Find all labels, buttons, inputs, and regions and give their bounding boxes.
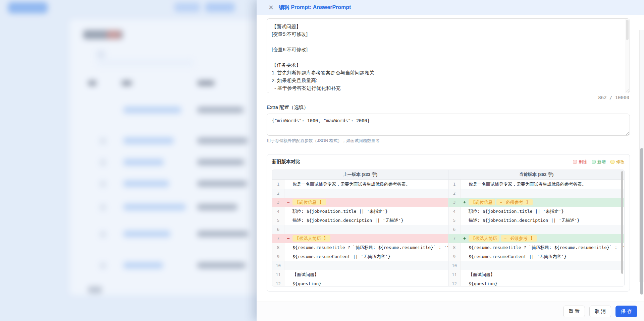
removed-swatch-icon — [573, 160, 577, 164]
diff-line-right: 11【面试问题】 — [448, 270, 624, 279]
diff-line-right: 8${resume.resumeTitle ? `简历标题: ${resume.… — [448, 243, 624, 252]
diff-row: 7−【候选人简历 】7+【候选人简历－ 必须参考 】 — [272, 234, 624, 243]
drawer-footer: 重 置 取 消 保 存 — [257, 302, 644, 321]
extra-config-helper: 用于存储额外的配置参数（JSON 格式），如面试问题数量等 — [267, 138, 630, 144]
char-count: 862 / 10000 — [267, 95, 629, 100]
edit-prompt-drawer: ✕ 编辑 Prompt: AnswerPrompt 【面试问题】 [变量5:不可… — [257, 0, 644, 321]
drawer-title: 编辑 Prompt: AnswerPrompt — [279, 4, 351, 11]
diff-line-left: 11【面试问题】 — [272, 270, 448, 279]
legend-modified: 修改 — [610, 159, 625, 165]
diff-body[interactable]: 1你是一名面试辅导专家，需要为面试者生成优质的参考答案。1你是一名面试辅导专家，… — [272, 180, 624, 286]
diff-line-right: 12${question} — [448, 279, 624, 286]
save-button[interactable]: 保 存 — [615, 306, 637, 317]
drawer-scrollbar-track[interactable] — [639, 30, 644, 282]
diff-legend: 删除 新增 修改 — [573, 159, 625, 165]
legend-added: 新增 — [592, 159, 606, 165]
diff-line-right: 3+【岗位信息－ 必须参考 】 — [448, 198, 624, 207]
drawer-header: ✕ 编辑 Prompt: AnswerPrompt — [257, 0, 644, 15]
diff-line-left: 10 — [272, 261, 448, 270]
diff-scrollbar-thumb[interactable] — [621, 171, 623, 274]
diff-line-left: 2 — [272, 189, 448, 198]
cancel-button[interactable]: 取 消 — [589, 306, 611, 317]
diff-row: 12${question}12${question} — [272, 279, 624, 286]
diff-line-right: 7+【候选人简历－ 必须参考 】 — [448, 234, 624, 243]
diff-line-right: 2 — [448, 189, 624, 198]
prompt-content-field-box: 【面试问题】 [变量5:不可修改] [变量6:不可修改] 【任务要求】 1. 首… — [267, 18, 630, 93]
extra-config-field-box: {"minWords": 1000, "maxWords": 2000} — [267, 114, 630, 136]
diff-row: 11【面试问题】11【面试问题】 — [272, 270, 624, 279]
legend-removed: 删除 — [573, 159, 587, 165]
close-icon[interactable]: ✕ — [267, 4, 275, 11]
diff-title: 新旧版本对比 — [272, 159, 300, 165]
diff-row: 8${resume.resumeTitle ? `简历标题: ${resume.… — [272, 243, 624, 252]
diff-line-left: 1你是一名面试辅导专家，需要为面试者生成优质的参考答案。 — [272, 180, 448, 189]
diff-table: 上一版本 (833 字) 当前版本 (862 字) 1你是一名面试辅导专家，需要… — [272, 170, 625, 286]
screen: ✕ 编辑 Prompt: AnswerPrompt 【面试问题】 [变量5:不可… — [0, 0, 644, 321]
diff-line-right: 10 — [448, 261, 624, 270]
diff-left-header: 上一版本 (833 字) — [272, 170, 448, 179]
diff-row: 3−【岗位信息 】3+【岗位信息－ 必须参考 】 — [272, 198, 624, 207]
diff-row: 22 — [272, 189, 624, 198]
extra-config-label: Extra 配置（选填） — [267, 104, 630, 111]
modified-swatch-icon — [610, 160, 614, 164]
diff-row: 1010 — [272, 261, 624, 270]
added-swatch-icon — [592, 160, 596, 164]
extra-config-field[interactable]: {"minWords": 1000, "maxWords": 2000} — [267, 114, 630, 135]
diff-line-right: 6 — [448, 225, 624, 234]
prompt-scrollbar-track[interactable] — [625, 19, 630, 93]
diff-line-right: 4职位: ${jobPosition.title || '未指定'} — [448, 207, 624, 216]
diff-line-left: 3−【岗位信息 】 — [272, 198, 448, 207]
diff-line-left: 4职位: ${jobPosition.title || '未指定'} — [272, 207, 448, 216]
drawer-body: 【面试问题】 [变量5:不可修改] [变量6:不可修改] 【任务要求】 1. 首… — [257, 15, 644, 302]
diff-line-left: 12${question} — [272, 279, 448, 286]
diff-row: 5描述: ${jobPosition.description || '无描述'}… — [272, 216, 624, 225]
diff-right-header: 当前版本 (862 字) — [448, 170, 624, 179]
diff-line-right: 5描述: ${jobPosition.description || '无描述'} — [448, 216, 624, 225]
diff-line-right: 9${resume.resumeContent || '无简历内容'} — [448, 252, 624, 261]
reset-button[interactable]: 重 置 — [563, 306, 585, 317]
prompt-content-field[interactable]: 【面试问题】 [变量5:不可修改] [变量6:不可修改] 【任务要求】 1. 首… — [267, 19, 630, 93]
drawer-scrollbar-thumb[interactable] — [640, 148, 643, 295]
diff-line-left: 7−【候选人简历 】 — [272, 234, 448, 243]
prompt-scrollbar-thumb[interactable] — [626, 20, 629, 40]
diff-row: 4职位: ${jobPosition.title || '未指定'}4职位: $… — [272, 207, 624, 216]
version-diff-card: 新旧版本对比 删除 新增 修改 — [267, 154, 630, 292]
diff-line-left: 9${resume.resumeContent || '无简历内容'} — [272, 252, 448, 261]
diff-row: 1你是一名面试辅导专家，需要为面试者生成优质的参考答案。1你是一名面试辅导专家，… — [272, 180, 624, 189]
diff-line-left: 6 — [272, 225, 448, 234]
diff-line-right: 1你是一名面试辅导专家，需要为面试者生成优质的参考答案。 — [448, 180, 624, 189]
diff-row: 9${resume.resumeContent || '无简历内容'}9${re… — [272, 252, 624, 261]
diff-line-left: 8${resume.resumeTitle ? `简历标题: ${resume.… — [272, 243, 448, 252]
diff-row: 66 — [272, 225, 624, 234]
diff-line-left: 5描述: ${jobPosition.description || '无描述'} — [272, 216, 448, 225]
